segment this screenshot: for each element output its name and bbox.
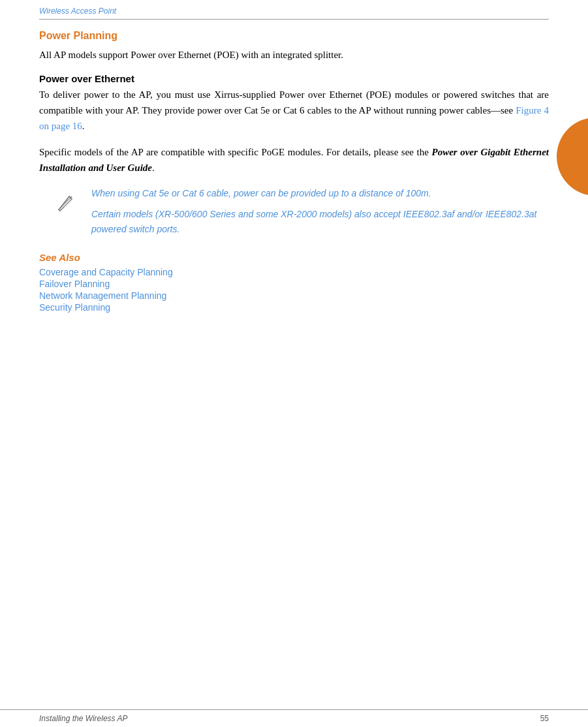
power-planning-heading: Power Planning [39,30,549,42]
top-header: Wireless Access Point [39,0,549,20]
see-also-link-network[interactable]: Network Management Planning [39,290,549,301]
note-2: Certain models (XR-500/600 Series and so… [91,207,549,236]
see-also-link-security[interactable]: Security Planning [39,302,549,313]
poe-subheading: Power over Ethernet [39,73,549,84]
intro-paragraph: All AP models support Power over Etherne… [39,47,549,63]
see-also-heading: See Also [39,252,549,263]
note-text-container: When using Cat 5e or Cat 6 cable, power … [91,186,549,236]
svg-line-4 [59,209,60,211]
poe-body-1: To deliver power to the AP, you must use… [39,87,549,134]
bottom-footer: Installing the Wireless AP 55 [0,709,588,727]
svg-point-0 [54,189,77,212]
footer-page-number: 55 [540,714,549,723]
breadcrumb-text: Wireless Access Point [39,7,116,16]
note-icon [52,187,84,216]
see-also-link-failover[interactable]: Failover Planning [39,279,549,289]
see-also-link-coverage[interactable]: Coverage and Capacity Planning [39,267,549,277]
user-guide-reference: Power over Gigabit Ethernet Installation… [39,147,549,173]
orange-circle-decoration [557,117,588,196]
figure-4-link[interactable]: Figure 4 on page 16 [39,105,549,131]
footer-left-text: Installing the Wireless AP [39,714,128,723]
note-1: When using Cat 5e or Cat 6 cable, power … [91,186,549,200]
page-container: Wireless Access Point Power Planning All… [0,0,588,727]
poe-body-2: Specific models of the AP are compatible… [39,144,549,176]
note-box: When using Cat 5e or Cat 6 cable, power … [52,186,549,236]
